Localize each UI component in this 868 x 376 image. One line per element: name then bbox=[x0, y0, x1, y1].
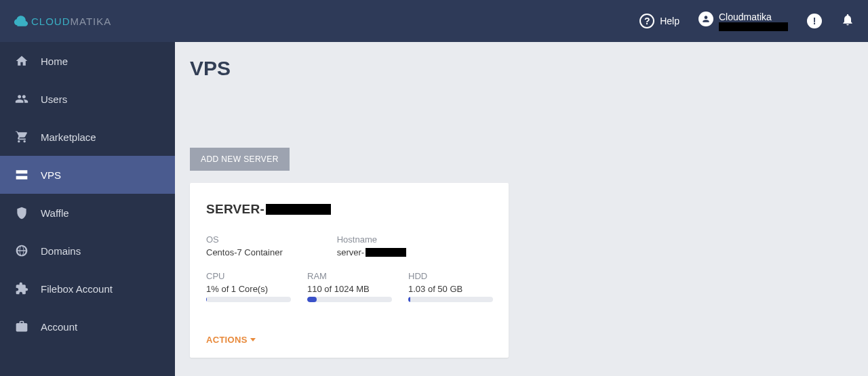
ram-progress bbox=[307, 297, 392, 302]
user-menu[interactable]: Cloudmatika bbox=[698, 12, 788, 31]
content: VPS ADD NEW SERVER SERVER- OS Centos-7 C… bbox=[175, 42, 868, 376]
brand-text: CLOUDMATIKA bbox=[31, 16, 111, 27]
users-icon bbox=[15, 92, 28, 106]
os-label: OS bbox=[206, 234, 283, 245]
caret-down-icon bbox=[250, 338, 256, 341]
sidebar-item-waffle[interactable]: Waffle bbox=[0, 194, 175, 232]
sidebar-item-users[interactable]: Users bbox=[0, 80, 175, 118]
server-title-prefix: SERVER- bbox=[206, 202, 264, 217]
topbar: CLOUDMATIKA ? Help Cloudmatika ! bbox=[0, 0, 868, 42]
actions-label: ACTIONS bbox=[206, 335, 248, 345]
sidebar-item-label: Marketplace bbox=[41, 131, 96, 143]
sidebar: Home Users Marketplace VPS Waffle Domain… bbox=[0, 42, 175, 376]
ram-label: RAM bbox=[307, 271, 392, 281]
sidebar-item-label: Home bbox=[41, 56, 68, 67]
cpu-value: 1% of 1 Core(s) bbox=[206, 284, 291, 294]
sidebar-item-label: Account bbox=[41, 321, 77, 333]
page-title: VPS bbox=[190, 57, 853, 80]
sidebar-item-label: VPS bbox=[41, 169, 61, 181]
cpu-label: CPU bbox=[206, 271, 291, 281]
ram-progress-fill bbox=[307, 297, 317, 302]
add-server-button[interactable]: ADD NEW SERVER bbox=[190, 148, 290, 171]
hostname-value: server- bbox=[337, 247, 406, 257]
sidebar-item-home[interactable]: Home bbox=[0, 42, 175, 80]
alert-icon[interactable]: ! bbox=[807, 14, 822, 28]
shield-icon bbox=[15, 206, 28, 220]
actions-dropdown[interactable]: ACTIONS bbox=[206, 335, 256, 345]
sidebar-item-account[interactable]: Account bbox=[0, 308, 175, 346]
sidebar-item-label: Filebox Account bbox=[41, 283, 113, 295]
sidebar-item-label: Users bbox=[41, 93, 67, 105]
user-redacted bbox=[719, 22, 788, 31]
os-value: Centos-7 Container bbox=[206, 247, 283, 257]
sidebar-item-label: Waffle bbox=[41, 207, 69, 219]
cart-icon bbox=[15, 130, 28, 144]
help-button[interactable]: ? Help bbox=[639, 14, 679, 28]
user-icon bbox=[698, 12, 713, 26]
server-name-redacted bbox=[266, 204, 331, 215]
sidebar-item-filebox[interactable]: Filebox Account bbox=[0, 270, 175, 308]
sidebar-item-marketplace[interactable]: Marketplace bbox=[0, 118, 175, 156]
server-icon bbox=[15, 168, 28, 182]
cpu-progress-fill bbox=[206, 297, 207, 302]
globe-icon bbox=[15, 244, 28, 257]
hostname-label: Hostname bbox=[337, 234, 406, 245]
brand-icon bbox=[14, 14, 28, 28]
notifications-icon[interactable] bbox=[841, 13, 854, 29]
hdd-label: HDD bbox=[408, 271, 493, 281]
hdd-progress-fill bbox=[408, 297, 410, 302]
hdd-value: 1.03 of 50 GB bbox=[408, 284, 493, 294]
sidebar-item-label: Domains bbox=[41, 245, 81, 257]
hdd-progress bbox=[408, 297, 493, 302]
topbar-right: ? Help Cloudmatika ! bbox=[639, 12, 854, 31]
briefcase-icon bbox=[15, 320, 28, 333]
home-icon bbox=[15, 54, 28, 68]
brand-logo[interactable]: CLOUDMATIKA bbox=[14, 14, 111, 28]
sidebar-item-domains[interactable]: Domains bbox=[0, 232, 175, 270]
help-label: Help bbox=[660, 16, 679, 26]
cpu-progress bbox=[206, 297, 291, 302]
user-name: Cloudmatika bbox=[719, 12, 788, 22]
ram-value: 110 of 1024 MB bbox=[307, 284, 392, 294]
sidebar-item-vps[interactable]: VPS bbox=[0, 156, 175, 194]
hostname-redacted bbox=[366, 248, 406, 257]
server-card: SERVER- OS Centos-7 Container Hostname s… bbox=[190, 183, 509, 358]
help-icon: ? bbox=[639, 14, 654, 28]
puzzle-icon bbox=[15, 282, 28, 295]
